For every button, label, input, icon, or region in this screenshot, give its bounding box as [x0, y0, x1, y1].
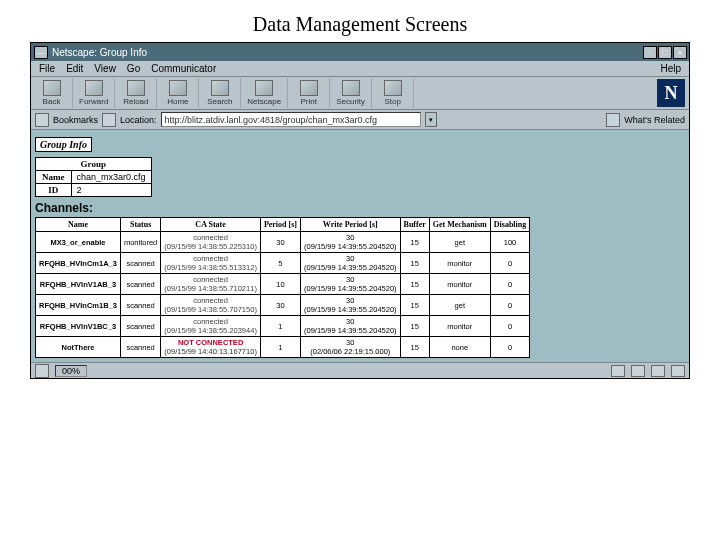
related-icon[interactable] [606, 113, 620, 127]
print-button[interactable]: Print [288, 78, 330, 108]
cell: 0 [490, 274, 529, 295]
channels-table: NameStatusCA StatePeriod [s]Write Period… [35, 217, 530, 358]
col-header: Write Period [s] [300, 218, 400, 232]
cell: 0 [490, 316, 529, 337]
cell: RFQHB_HVInV1BC_3 [36, 316, 121, 337]
maximize-button[interactable]: □ [658, 46, 672, 59]
page-title: Data Management Screens [0, 0, 720, 42]
cell: connected(09/15/99 14:38:55.707150) [161, 295, 261, 316]
cell: 15 [400, 316, 429, 337]
url-dropdown[interactable]: ▾ [425, 112, 437, 127]
menu-go[interactable]: Go [127, 63, 140, 74]
name-value: chan_mx3ar0.cfg [71, 171, 151, 184]
cell: RFQHB_HVInCm1B_3 [36, 295, 121, 316]
cell: connected(09/15/99 14:38:55.203944) [161, 316, 261, 337]
group-info-table: Group Name chan_mx3ar0.cfg ID 2 [35, 157, 152, 197]
netscape-icon [255, 80, 273, 96]
table-row: NotTherescannedNOT CONNECTED(09/15/99 14… [36, 337, 530, 358]
col-header: CA State [161, 218, 261, 232]
netscape-button[interactable]: Netscape [241, 78, 288, 108]
cell: 30(09/15/99 14:39:55.204520) [300, 295, 400, 316]
back-icon [43, 80, 61, 96]
group-info-header: Group Info [35, 137, 92, 152]
cell: monitor [429, 316, 490, 337]
cell: scanned [120, 316, 160, 337]
url-input[interactable] [161, 112, 421, 127]
col-header: Buffer [400, 218, 429, 232]
cell: 30 [260, 295, 300, 316]
toolbar: Back Forward Reload Home Search Netscape… [31, 77, 689, 110]
cell: scanned [120, 274, 160, 295]
cell: RFQHB_HVInCm1A_3 [36, 253, 121, 274]
cell: 0 [490, 337, 529, 358]
cell: get [429, 295, 490, 316]
minimize-button[interactable]: · [643, 46, 657, 59]
cell: 30 [260, 232, 300, 253]
stop-icon [384, 80, 402, 96]
progress-percent: 00% [55, 365, 87, 377]
netscape-logo: N [657, 79, 685, 107]
cell: scanned [120, 337, 160, 358]
table-row: RFQHB_HVInV1AB_3scannedconnected(09/15/9… [36, 274, 530, 295]
id-label: ID [36, 184, 72, 197]
cell: 100 [490, 232, 529, 253]
cell: 15 [400, 337, 429, 358]
col-header: Disabling [490, 218, 529, 232]
print-icon [300, 80, 318, 96]
status-icon-2[interactable] [631, 365, 645, 377]
status-icon-1[interactable] [611, 365, 625, 377]
cell: connected(09/15/99 14:38:55.710211) [161, 274, 261, 295]
cell: scanned [120, 253, 160, 274]
titlebar: — Netscape: Group Info · □ × [31, 43, 689, 61]
col-header: Status [120, 218, 160, 232]
cell: none [429, 337, 490, 358]
cell: NOT CONNECTED(09/15/99 14:40:13.167710) [161, 337, 261, 358]
bookmarks-label[interactable]: Bookmarks [53, 115, 98, 125]
location-label: Location: [120, 115, 157, 125]
bookmarks-icon[interactable] [35, 113, 49, 127]
cell: 15 [400, 253, 429, 274]
cell: connected(09/15/99 14:38:55.513312) [161, 253, 261, 274]
window-menu-icon[interactable]: — [34, 46, 48, 59]
cell: 5 [260, 253, 300, 274]
close-button[interactable]: × [673, 46, 687, 59]
status-icon-3[interactable] [651, 365, 665, 377]
menu-view[interactable]: View [94, 63, 116, 74]
stop-button[interactable]: Stop [372, 78, 414, 108]
col-header: Get Mechanism [429, 218, 490, 232]
location-bar: Bookmarks Location: ▾ What's Related [31, 110, 689, 130]
search-button[interactable]: Search [199, 78, 241, 108]
security-icon [342, 80, 360, 96]
cell: RFQHB_HVInV1AB_3 [36, 274, 121, 295]
cell: 30(02/06/06 22:19:15.000) [300, 337, 400, 358]
status-lock-icon [35, 364, 49, 378]
back-button[interactable]: Back [31, 78, 73, 108]
menu-file[interactable]: File [39, 63, 55, 74]
cell: 1 [260, 316, 300, 337]
col-header: Name [36, 218, 121, 232]
search-icon [211, 80, 229, 96]
whats-related[interactable]: What's Related [624, 115, 685, 125]
channels-header: Channels: [35, 201, 685, 215]
menu-communicator[interactable]: Communicator [151, 63, 216, 74]
forward-button[interactable]: Forward [73, 78, 115, 108]
table-row: RFQHB_HVInV1BC_3scannedconnected(09/15/9… [36, 316, 530, 337]
security-button[interactable]: Security [330, 78, 372, 108]
window-title: Netscape: Group Info [48, 47, 643, 58]
id-value: 2 [71, 184, 151, 197]
cell: connected(09/15/99 14:38:55.225310) [161, 232, 261, 253]
cell: 0 [490, 295, 529, 316]
browser-window: — Netscape: Group Info · □ × File Edit V… [30, 42, 690, 379]
home-button[interactable]: Home [157, 78, 199, 108]
reload-button[interactable]: Reload [115, 78, 157, 108]
home-icon [169, 80, 187, 96]
menu-edit[interactable]: Edit [66, 63, 83, 74]
page-content: Group Info Group Name chan_mx3ar0.cfg ID… [31, 130, 689, 362]
name-label: Name [36, 171, 72, 184]
table-row: MX3_or_enablemonitoredconnected(09/15/99… [36, 232, 530, 253]
status-icon-4[interactable] [671, 365, 685, 377]
cell: get [429, 232, 490, 253]
col-header: Period [s] [260, 218, 300, 232]
menu-help[interactable]: Help [660, 63, 681, 74]
cell: 10 [260, 274, 300, 295]
